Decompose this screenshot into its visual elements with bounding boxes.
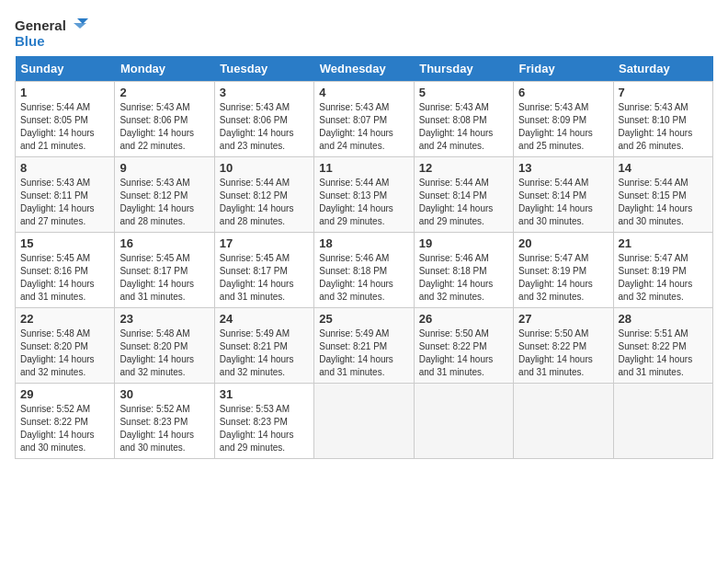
calendar-cell: 14 Sunrise: 5:44 AM Sunset: 8:15 PM Dayl…: [613, 157, 712, 233]
calendar-header-row: SundayMondayTuesdayWednesdayThursdayFrid…: [16, 56, 713, 82]
calendar-week-1: 1 Sunrise: 5:44 AM Sunset: 8:05 PM Dayli…: [16, 82, 713, 157]
weekday-header-sunday: Sunday: [16, 56, 115, 82]
calendar-cell: 23 Sunrise: 5:48 AM Sunset: 8:20 PM Dayl…: [115, 308, 214, 384]
day-number: 3: [220, 86, 309, 99]
day-info: Sunrise: 5:49 AM Sunset: 8:21 PM Dayligh…: [319, 327, 408, 379]
logo: General Blue: [15, 15, 88, 49]
calendar-cell: 28 Sunrise: 5:51 AM Sunset: 8:22 PM Dayl…: [613, 308, 712, 384]
day-info: Sunrise: 5:52 AM Sunset: 8:23 PM Dayligh…: [119, 403, 209, 454]
logo-bird-icon: [68, 15, 88, 35]
weekday-header-thursday: Thursday: [414, 56, 513, 82]
calendar-cell: 30 Sunrise: 5:52 AM Sunset: 8:23 PM Dayl…: [115, 384, 214, 459]
day-number: 31: [220, 387, 309, 401]
day-info: Sunrise: 5:43 AM Sunset: 8:09 PM Dayligh…: [518, 101, 608, 153]
weekday-header-tuesday: Tuesday: [214, 56, 313, 82]
day-number: 13: [518, 161, 608, 175]
day-info: Sunrise: 5:50 AM Sunset: 8:22 PM Dayligh…: [419, 327, 508, 379]
calendar-cell: 25 Sunrise: 5:49 AM Sunset: 8:21 PM Dayl…: [314, 308, 414, 384]
calendar-week-5: 29 Sunrise: 5:52 AM Sunset: 8:22 PM Dayl…: [16, 384, 713, 459]
day-info: Sunrise: 5:49 AM Sunset: 8:21 PM Dayligh…: [220, 327, 309, 379]
calendar-cell: 16 Sunrise: 5:45 AM Sunset: 8:17 PM Dayl…: [115, 233, 214, 308]
weekday-header-monday: Monday: [115, 56, 214, 82]
day-number: 9: [119, 161, 209, 175]
day-info: Sunrise: 5:43 AM Sunset: 8:07 PM Dayligh…: [319, 101, 408, 153]
calendar-cell: 1 Sunrise: 5:44 AM Sunset: 8:05 PM Dayli…: [16, 82, 115, 157]
day-info: Sunrise: 5:43 AM Sunset: 8:06 PM Dayligh…: [119, 101, 209, 153]
day-number: 25: [319, 312, 408, 326]
logo-blue: Blue: [15, 33, 45, 49]
day-info: Sunrise: 5:44 AM Sunset: 8:12 PM Dayligh…: [220, 177, 309, 228]
calendar-week-3: 15 Sunrise: 5:45 AM Sunset: 8:16 PM Dayl…: [16, 233, 713, 308]
day-number: 27: [518, 312, 608, 326]
calendar-week-4: 22 Sunrise: 5:48 AM Sunset: 8:20 PM Dayl…: [16, 308, 713, 384]
calendar-cell: 12 Sunrise: 5:44 AM Sunset: 8:14 PM Dayl…: [414, 157, 513, 233]
calendar-cell: [613, 384, 712, 459]
day-number: 2: [119, 86, 209, 99]
day-info: Sunrise: 5:43 AM Sunset: 8:10 PM Dayligh…: [619, 101, 708, 153]
day-info: Sunrise: 5:44 AM Sunset: 8:05 PM Dayligh…: [20, 101, 109, 153]
day-number: 23: [119, 312, 209, 326]
day-number: 1: [20, 86, 109, 99]
calendar-cell: 31 Sunrise: 5:53 AM Sunset: 8:23 PM Dayl…: [214, 384, 313, 459]
calendar-cell: 7 Sunrise: 5:43 AM Sunset: 8:10 PM Dayli…: [613, 82, 712, 157]
day-number: 16: [119, 236, 209, 250]
day-info: Sunrise: 5:44 AM Sunset: 8:14 PM Dayligh…: [419, 177, 508, 228]
day-number: 5: [419, 86, 508, 99]
day-info: Sunrise: 5:47 AM Sunset: 8:19 PM Dayligh…: [518, 252, 608, 304]
day-number: 30: [119, 387, 209, 401]
weekday-header-saturday: Saturday: [613, 56, 712, 82]
day-number: 10: [220, 161, 309, 175]
calendar-cell: 9 Sunrise: 5:43 AM Sunset: 8:12 PM Dayli…: [115, 157, 214, 233]
page-header: General Blue: [15, 15, 713, 49]
day-info: Sunrise: 5:51 AM Sunset: 8:22 PM Dayligh…: [619, 327, 708, 379]
calendar-cell: 26 Sunrise: 5:50 AM Sunset: 8:22 PM Dayl…: [414, 308, 513, 384]
day-number: 20: [518, 236, 608, 250]
calendar-cell: 8 Sunrise: 5:43 AM Sunset: 8:11 PM Dayli…: [16, 157, 115, 233]
calendar-week-2: 8 Sunrise: 5:43 AM Sunset: 8:11 PM Dayli…: [16, 157, 713, 233]
day-info: Sunrise: 5:45 AM Sunset: 8:17 PM Dayligh…: [220, 252, 309, 304]
day-info: Sunrise: 5:52 AM Sunset: 8:22 PM Dayligh…: [20, 403, 109, 454]
day-number: 24: [220, 312, 309, 326]
day-number: 28: [619, 312, 708, 326]
calendar-cell: 29 Sunrise: 5:52 AM Sunset: 8:22 PM Dayl…: [16, 384, 115, 459]
day-number: 19: [419, 236, 508, 250]
calendar-cell: 19 Sunrise: 5:46 AM Sunset: 8:18 PM Dayl…: [414, 233, 513, 308]
weekday-header-wednesday: Wednesday: [314, 56, 414, 82]
logo-general: General: [15, 17, 66, 33]
calendar-cell: [414, 384, 513, 459]
calendar-cell: 15 Sunrise: 5:45 AM Sunset: 8:16 PM Dayl…: [16, 233, 115, 308]
day-info: Sunrise: 5:43 AM Sunset: 8:08 PM Dayligh…: [419, 101, 508, 153]
calendar-cell: 2 Sunrise: 5:43 AM Sunset: 8:06 PM Dayli…: [115, 82, 214, 157]
day-number: 12: [419, 161, 508, 175]
day-info: Sunrise: 5:44 AM Sunset: 8:14 PM Dayligh…: [518, 177, 608, 228]
day-info: Sunrise: 5:47 AM Sunset: 8:19 PM Dayligh…: [619, 252, 708, 304]
svg-marker-1: [74, 23, 86, 29]
day-info: Sunrise: 5:48 AM Sunset: 8:20 PM Dayligh…: [20, 327, 109, 379]
day-info: Sunrise: 5:50 AM Sunset: 8:22 PM Dayligh…: [518, 327, 608, 379]
calendar-cell: 13 Sunrise: 5:44 AM Sunset: 8:14 PM Dayl…: [514, 157, 613, 233]
day-info: Sunrise: 5:43 AM Sunset: 8:06 PM Dayligh…: [220, 101, 309, 153]
day-info: Sunrise: 5:43 AM Sunset: 8:12 PM Dayligh…: [119, 177, 209, 228]
calendar-cell: 5 Sunrise: 5:43 AM Sunset: 8:08 PM Dayli…: [414, 82, 513, 157]
day-number: 15: [20, 236, 109, 250]
day-number: 22: [20, 312, 109, 326]
calendar-cell: 4 Sunrise: 5:43 AM Sunset: 8:07 PM Dayli…: [314, 82, 414, 157]
calendar-cell: [514, 384, 613, 459]
calendar-cell: 10 Sunrise: 5:44 AM Sunset: 8:12 PM Dayl…: [214, 157, 313, 233]
day-info: Sunrise: 5:46 AM Sunset: 8:18 PM Dayligh…: [419, 252, 508, 304]
calendar-cell: 3 Sunrise: 5:43 AM Sunset: 8:06 PM Dayli…: [214, 82, 313, 157]
day-info: Sunrise: 5:44 AM Sunset: 8:13 PM Dayligh…: [319, 177, 408, 228]
day-number: 14: [619, 161, 708, 175]
calendar-cell: 21 Sunrise: 5:47 AM Sunset: 8:19 PM Dayl…: [613, 233, 712, 308]
calendar-cell: 6 Sunrise: 5:43 AM Sunset: 8:09 PM Dayli…: [514, 82, 613, 157]
day-number: 11: [319, 161, 408, 175]
day-info: Sunrise: 5:43 AM Sunset: 8:11 PM Dayligh…: [20, 177, 109, 228]
day-info: Sunrise: 5:48 AM Sunset: 8:20 PM Dayligh…: [119, 327, 209, 379]
day-number: 7: [619, 86, 708, 99]
calendar-cell: 22 Sunrise: 5:48 AM Sunset: 8:20 PM Dayl…: [16, 308, 115, 384]
calendar-cell: 27 Sunrise: 5:50 AM Sunset: 8:22 PM Dayl…: [514, 308, 613, 384]
day-number: 8: [20, 161, 109, 175]
day-number: 26: [419, 312, 508, 326]
calendar-cell: 24 Sunrise: 5:49 AM Sunset: 8:21 PM Dayl…: [214, 308, 313, 384]
day-number: 29: [20, 387, 109, 401]
